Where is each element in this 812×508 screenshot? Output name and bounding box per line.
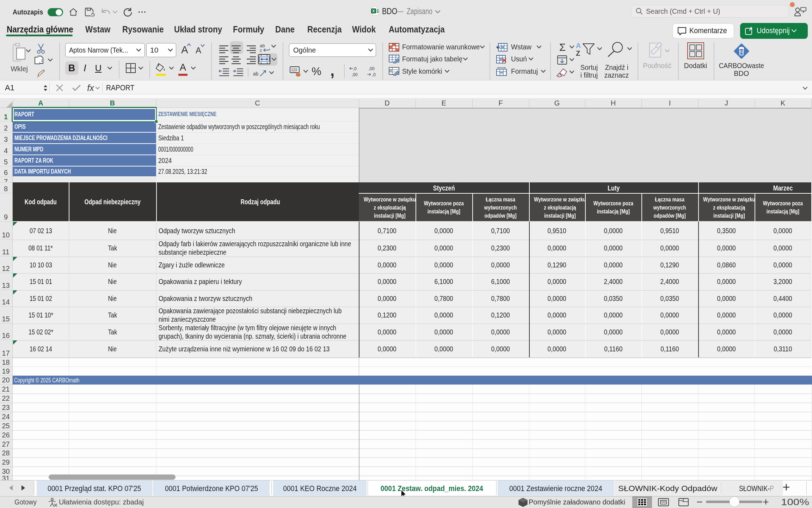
svg-text:123: 123 xyxy=(291,68,297,72)
svg-text:,0: ,0 xyxy=(372,72,376,77)
svg-text:,00: ,00 xyxy=(369,66,375,71)
svg-text:X: X xyxy=(372,9,375,13)
svg-text:c: c xyxy=(260,48,262,53)
svg-text:,0: ,0 xyxy=(353,66,357,71)
svg-text:A: A xyxy=(576,42,581,49)
svg-text:,00: ,00 xyxy=(352,72,358,77)
svg-text:Z: Z xyxy=(576,49,580,56)
svg-text:ab: ab xyxy=(253,71,259,77)
